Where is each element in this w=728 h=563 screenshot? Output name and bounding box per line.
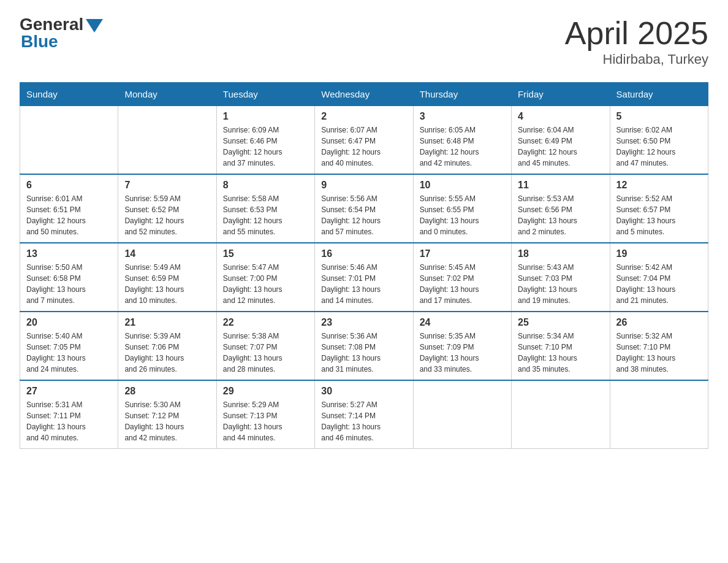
calendar-week-row: 27Sunrise: 5:31 AM Sunset: 7:11 PM Dayli… — [20, 380, 708, 449]
day-info: Sunrise: 6:09 AM Sunset: 6:46 PM Dayligh… — [223, 124, 308, 169]
day-number: 5 — [616, 111, 702, 122]
calendar-cell: 15Sunrise: 5:47 AM Sunset: 7:00 PM Dayli… — [216, 243, 314, 312]
day-info: Sunrise: 5:36 AM Sunset: 7:08 PM Dayligh… — [321, 331, 406, 375]
location: Hidirbaba, Turkey — [565, 52, 708, 67]
day-number: 25 — [518, 317, 603, 328]
day-info: Sunrise: 5:47 AM Sunset: 7:00 PM Dayligh… — [223, 262, 308, 306]
day-number: 14 — [124, 248, 210, 259]
calendar-cell — [413, 380, 511, 449]
day-info: Sunrise: 6:05 AM Sunset: 6:48 PM Dayligh… — [420, 124, 505, 169]
day-number: 21 — [124, 317, 210, 328]
calendar-week-row: 20Sunrise: 5:40 AM Sunset: 7:05 PM Dayli… — [20, 312, 708, 380]
calendar-cell: 18Sunrise: 5:43 AM Sunset: 7:03 PM Dayli… — [512, 243, 610, 312]
day-number: 24 — [420, 317, 505, 328]
day-info: Sunrise: 5:56 AM Sunset: 6:54 PM Dayligh… — [321, 193, 406, 237]
day-number: 6 — [26, 180, 112, 191]
calendar-cell: 29Sunrise: 5:29 AM Sunset: 7:13 PM Dayli… — [216, 380, 314, 449]
calendar-week-row: 6Sunrise: 6:01 AM Sunset: 6:51 PM Daylig… — [20, 174, 708, 243]
weekday-header-thursday: Thursday — [413, 83, 511, 106]
day-info: Sunrise: 5:45 AM Sunset: 7:02 PM Dayligh… — [420, 262, 505, 306]
calendar-cell — [118, 106, 216, 175]
calendar-cell: 6Sunrise: 6:01 AM Sunset: 6:51 PM Daylig… — [20, 174, 118, 243]
day-number: 17 — [420, 248, 505, 259]
page-header: General Blue April 2025 Hidirbaba, Turke… — [20, 15, 708, 67]
day-info: Sunrise: 6:01 AM Sunset: 6:51 PM Dayligh… — [26, 193, 112, 237]
day-info: Sunrise: 5:59 AM Sunset: 6:52 PM Dayligh… — [124, 193, 210, 237]
day-info: Sunrise: 5:46 AM Sunset: 7:01 PM Dayligh… — [321, 262, 406, 306]
calendar-cell: 11Sunrise: 5:53 AM Sunset: 6:56 PM Dayli… — [512, 174, 610, 243]
day-number: 13 — [26, 248, 112, 259]
calendar-cell: 13Sunrise: 5:50 AM Sunset: 6:58 PM Dayli… — [20, 243, 118, 312]
calendar-cell: 25Sunrise: 5:34 AM Sunset: 7:10 PM Dayli… — [512, 312, 610, 380]
calendar-cell: 16Sunrise: 5:46 AM Sunset: 7:01 PM Dayli… — [315, 243, 413, 312]
day-number: 27 — [26, 386, 112, 397]
day-number: 1 — [223, 111, 308, 122]
calendar-cell — [20, 106, 118, 175]
day-number: 30 — [321, 386, 406, 397]
day-number: 20 — [26, 317, 112, 328]
logo-blue-text: Blue — [21, 32, 58, 52]
day-number: 4 — [518, 111, 603, 122]
day-number: 12 — [616, 180, 702, 191]
calendar-cell: 4Sunrise: 6:04 AM Sunset: 6:49 PM Daylig… — [512, 106, 610, 175]
calendar-cell — [610, 380, 708, 449]
day-number: 8 — [223, 180, 308, 191]
weekday-header-sunday: Sunday — [20, 83, 118, 106]
calendar-cell: 3Sunrise: 6:05 AM Sunset: 6:48 PM Daylig… — [413, 106, 511, 175]
calendar-cell: 26Sunrise: 5:32 AM Sunset: 7:10 PM Dayli… — [610, 312, 708, 380]
day-info: Sunrise: 5:52 AM Sunset: 6:57 PM Dayligh… — [616, 193, 702, 237]
logo-triangle-icon — [86, 19, 103, 33]
day-number: 16 — [321, 248, 406, 259]
day-info: Sunrise: 5:38 AM Sunset: 7:07 PM Dayligh… — [223, 331, 308, 375]
calendar-cell — [512, 380, 610, 449]
month-title: April 2025 — [565, 15, 708, 52]
day-number: 28 — [124, 386, 210, 397]
calendar-cell: 14Sunrise: 5:49 AM Sunset: 6:59 PM Dayli… — [118, 243, 216, 312]
day-info: Sunrise: 5:42 AM Sunset: 7:04 PM Dayligh… — [616, 262, 702, 306]
calendar-cell: 12Sunrise: 5:52 AM Sunset: 6:57 PM Dayli… — [610, 174, 708, 243]
calendar-cell: 22Sunrise: 5:38 AM Sunset: 7:07 PM Dayli… — [216, 312, 314, 380]
weekday-header-friday: Friday — [512, 83, 610, 106]
calendar-cell: 27Sunrise: 5:31 AM Sunset: 7:11 PM Dayli… — [20, 380, 118, 449]
calendar-cell: 17Sunrise: 5:45 AM Sunset: 7:02 PM Dayli… — [413, 243, 511, 312]
calendar-cell: 2Sunrise: 6:07 AM Sunset: 6:47 PM Daylig… — [315, 106, 413, 175]
day-info: Sunrise: 5:35 AM Sunset: 7:09 PM Dayligh… — [420, 331, 505, 375]
day-number: 22 — [223, 317, 308, 328]
day-number: 11 — [518, 180, 603, 191]
day-number: 29 — [223, 386, 308, 397]
calendar-cell: 21Sunrise: 5:39 AM Sunset: 7:06 PM Dayli… — [118, 312, 216, 380]
day-info: Sunrise: 5:27 AM Sunset: 7:14 PM Dayligh… — [321, 399, 406, 443]
day-info: Sunrise: 5:32 AM Sunset: 7:10 PM Dayligh… — [616, 331, 702, 375]
calendar-cell: 24Sunrise: 5:35 AM Sunset: 7:09 PM Dayli… — [413, 312, 511, 380]
day-info: Sunrise: 6:04 AM Sunset: 6:49 PM Dayligh… — [518, 124, 603, 169]
day-number: 10 — [420, 180, 505, 191]
calendar-cell: 20Sunrise: 5:40 AM Sunset: 7:05 PM Dayli… — [20, 312, 118, 380]
day-info: Sunrise: 5:34 AM Sunset: 7:10 PM Dayligh… — [518, 331, 603, 375]
day-number: 15 — [223, 248, 308, 259]
calendar-cell: 19Sunrise: 5:42 AM Sunset: 7:04 PM Dayli… — [610, 243, 708, 312]
day-info: Sunrise: 5:31 AM Sunset: 7:11 PM Dayligh… — [26, 399, 112, 443]
day-number: 2 — [321, 111, 406, 122]
weekday-header-tuesday: Tuesday — [216, 83, 314, 106]
day-info: Sunrise: 5:39 AM Sunset: 7:06 PM Dayligh… — [124, 331, 210, 375]
calendar-cell: 7Sunrise: 5:59 AM Sunset: 6:52 PM Daylig… — [118, 174, 216, 243]
day-info: Sunrise: 5:55 AM Sunset: 6:55 PM Dayligh… — [420, 193, 505, 237]
day-number: 26 — [616, 317, 702, 328]
weekday-header-wednesday: Wednesday — [315, 83, 413, 106]
day-info: Sunrise: 5:30 AM Sunset: 7:12 PM Dayligh… — [124, 399, 210, 443]
day-info: Sunrise: 5:58 AM Sunset: 6:53 PM Dayligh… — [223, 193, 308, 237]
calendar-cell: 10Sunrise: 5:55 AM Sunset: 6:55 PM Dayli… — [413, 174, 511, 243]
day-info: Sunrise: 6:02 AM Sunset: 6:50 PM Dayligh… — [616, 124, 702, 169]
weekday-header-saturday: Saturday — [610, 83, 708, 106]
calendar-cell: 8Sunrise: 5:58 AM Sunset: 6:53 PM Daylig… — [216, 174, 314, 243]
calendar-cell: 23Sunrise: 5:36 AM Sunset: 7:08 PM Dayli… — [315, 312, 413, 380]
calendar-header-row: SundayMondayTuesdayWednesdayThursdayFrid… — [20, 83, 708, 106]
day-info: Sunrise: 6:07 AM Sunset: 6:47 PM Dayligh… — [321, 124, 406, 169]
logo: General Blue — [20, 15, 103, 52]
day-number: 18 — [518, 248, 603, 259]
day-info: Sunrise: 5:50 AM Sunset: 6:58 PM Dayligh… — [26, 262, 112, 306]
day-info: Sunrise: 5:53 AM Sunset: 6:56 PM Dayligh… — [518, 193, 603, 237]
calendar-week-row: 13Sunrise: 5:50 AM Sunset: 6:58 PM Dayli… — [20, 243, 708, 312]
day-info: Sunrise: 5:40 AM Sunset: 7:05 PM Dayligh… — [26, 331, 112, 375]
calendar-cell: 9Sunrise: 5:56 AM Sunset: 6:54 PM Daylig… — [315, 174, 413, 243]
